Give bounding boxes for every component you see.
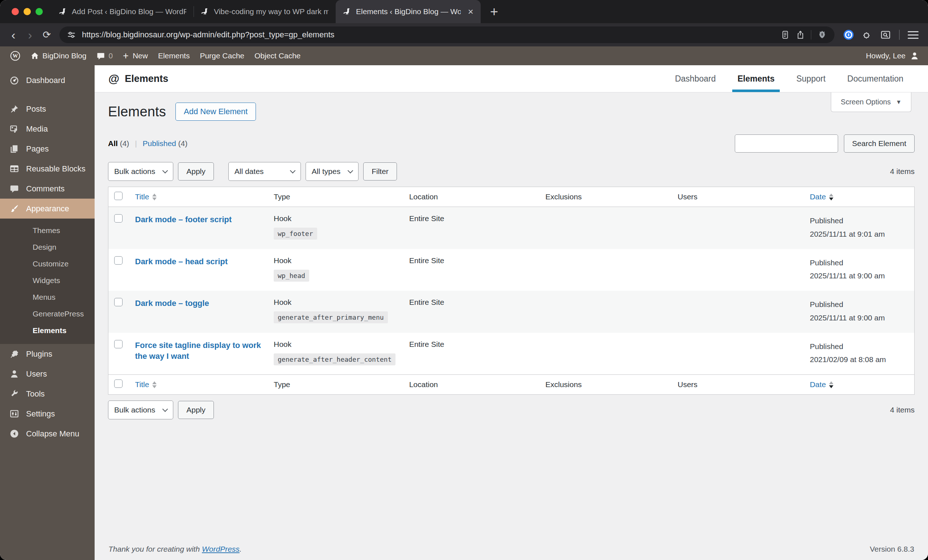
site-name-link[interactable]: BigDino Blog	[25, 46, 92, 65]
sort-by-date[interactable]: Date	[810, 192, 833, 201]
1password-icon[interactable]	[843, 29, 854, 40]
filter-all[interactable]: All	[108, 139, 118, 148]
row-checkbox[interactable]	[114, 256, 122, 265]
new-tab-button[interactable]: +	[490, 5, 498, 18]
users-icon	[9, 369, 20, 379]
select-all-checkbox[interactable]	[114, 380, 122, 388]
address-bar[interactable]: https://blog.bigdinosaur.org/wp-admin/ed…	[60, 26, 835, 43]
sidebar-item-settings[interactable]: Settings	[0, 404, 95, 424]
submenu-design[interactable]: Design	[0, 239, 95, 256]
browser-tab-add-post[interactable]: Add Post ‹ BigDino Blog — WordPr	[52, 0, 194, 23]
sort-by-date[interactable]: Date	[810, 380, 833, 389]
submenu-menus[interactable]: Menus	[0, 289, 95, 305]
tab-title: Elements ‹ BigDino Blog — Wo	[356, 7, 461, 16]
chevron-down-icon	[162, 406, 168, 412]
table-row: Dark mode – toggle Hookgenerate_after_pr…	[108, 291, 914, 333]
paintbrush-icon	[9, 204, 20, 214]
sort-by-title[interactable]: Title	[135, 192, 157, 201]
sort-by-title[interactable]: Title	[135, 380, 157, 389]
brave-lion-icon[interactable]	[817, 30, 827, 40]
close-tab-icon[interactable]: ×	[468, 7, 473, 16]
sidebar-item-posts[interactable]: Posts	[0, 99, 95, 119]
gp-tab-elements[interactable]: Elements	[727, 65, 785, 92]
comments-link[interactable]: 0	[92, 46, 118, 65]
submenu-themes[interactable]: Themes	[0, 222, 95, 239]
browser-tab-elements-active[interactable]: Elements ‹ BigDino Blog — Wo ×	[336, 0, 481, 23]
sidebar-item-comments[interactable]: Comments	[0, 179, 95, 198]
all-types-select[interactable]: All types	[305, 162, 359, 181]
sort-arrows-icon	[829, 194, 833, 200]
pages-icon	[9, 144, 20, 154]
submenu-elements-current[interactable]: Elements	[0, 322, 95, 339]
hook-badge: generate_after_primary_menu	[274, 311, 388, 323]
admin-content: @ Elements Dashboard Elements Support Do…	[95, 65, 928, 560]
search-window-icon[interactable]	[880, 29, 891, 40]
elements-table: Title Type Location Exclusions Users Dat…	[108, 187, 914, 395]
new-content-link[interactable]: + New	[118, 46, 153, 65]
wp-logo[interactable]: W	[5, 46, 25, 65]
search-input[interactable]	[735, 134, 838, 153]
close-window-button[interactable]	[12, 8, 19, 15]
sidebar-item-tools[interactable]: Tools	[0, 384, 95, 404]
row-checkbox[interactable]	[114, 214, 122, 223]
page-body: Elements Add New Element All (4) | Publi…	[95, 92, 928, 560]
dinosaur-favicon	[343, 8, 351, 15]
gp-tab-documentation[interactable]: Documentation	[836, 65, 914, 92]
dinosaur-favicon	[59, 8, 67, 15]
bulk-actions-select[interactable]: Bulk actions	[108, 401, 173, 420]
row-checkbox[interactable]	[114, 298, 122, 306]
sidebar-item-appearance[interactable]: Appearance	[0, 198, 95, 218]
gp-tab-dashboard[interactable]: Dashboard	[664, 65, 727, 92]
purge-cache-link[interactable]: Purge Cache	[195, 46, 249, 65]
wordpress-link[interactable]: WordPress	[202, 545, 240, 553]
bulk-actions-select[interactable]: Bulk actions	[108, 162, 173, 181]
reader-mode-icon[interactable]	[780, 30, 790, 40]
my-account-link[interactable]: Howdy, Lee	[866, 51, 923, 61]
status-text: Published	[810, 258, 843, 267]
element-title-link[interactable]: Dark mode – head script	[135, 256, 228, 267]
sidebar-item-collapse-menu[interactable]: Collapse Menu	[0, 424, 95, 444]
all-dates-select[interactable]: All dates	[228, 162, 301, 181]
search-element-button[interactable]: Search Element	[844, 134, 914, 153]
hook-badge: wp_footer	[274, 227, 317, 240]
zoom-window-button[interactable]	[35, 8, 43, 15]
element-title-link[interactable]: Force site tagline display to work the w…	[135, 340, 263, 362]
sidebar-item-pages[interactable]: Pages	[0, 139, 95, 159]
filter-button[interactable]: Filter	[363, 162, 397, 180]
sidebar-item-media[interactable]: Media	[0, 119, 95, 139]
reload-icon[interactable]: ⟳	[38, 30, 55, 40]
adminbar-elements-link[interactable]: Elements	[153, 46, 195, 65]
filter-published[interactable]: Published	[143, 139, 176, 148]
tune-icon[interactable]	[67, 30, 76, 40]
svg-text:W: W	[13, 53, 18, 59]
back-icon[interactable]: ‹	[5, 29, 22, 41]
sidebar-item-dashboard[interactable]: Dashboard	[0, 70, 95, 90]
row-checkbox[interactable]	[114, 340, 122, 348]
wrench-icon	[9, 389, 20, 399]
apply-button[interactable]: Apply	[178, 162, 214, 180]
submenu-generatepress[interactable]: GeneratePress	[0, 305, 95, 322]
submenu-customize[interactable]: Customize	[0, 256, 95, 272]
sidebar-item-plugins[interactable]: Plugins	[0, 344, 95, 364]
new-label: New	[133, 52, 148, 60]
sidebar-item-reusable-blocks[interactable]: Reusable Blocks	[0, 159, 95, 179]
menu-hamburger-icon[interactable]	[908, 31, 919, 39]
element-title-link[interactable]: Dark mode – footer script	[135, 214, 232, 226]
screen-options-tab[interactable]: Screen Options ▼	[831, 92, 911, 112]
object-cache-link[interactable]: Object Cache	[249, 46, 305, 65]
sidebar-item-users[interactable]: Users	[0, 364, 95, 384]
table-row: Dark mode – head script Hookwp_head Enti…	[108, 249, 914, 291]
element-title-link[interactable]: Dark mode – toggle	[135, 298, 209, 309]
extensions-puzzle-icon[interactable]	[862, 30, 872, 40]
add-new-element-button[interactable]: Add New Element	[176, 102, 256, 121]
apply-button[interactable]: Apply	[178, 401, 214, 419]
submenu-widgets[interactable]: Widgets	[0, 272, 95, 289]
browser-tab-vibe-coding[interactable]: Vibe-coding my way to WP dark m	[194, 0, 336, 23]
browser-tab-bar: Add Post ‹ BigDino Blog — WordPr Vibe-co…	[0, 0, 928, 23]
url-text[interactable]: https://blog.bigdinosaur.org/wp-admin/ed…	[82, 30, 775, 40]
share-icon[interactable]	[796, 30, 805, 40]
minimize-window-button[interactable]	[24, 8, 31, 15]
forward-icon[interactable]: ›	[22, 29, 38, 41]
select-all-checkbox[interactable]	[114, 192, 122, 200]
gp-tab-support[interactable]: Support	[786, 65, 836, 92]
